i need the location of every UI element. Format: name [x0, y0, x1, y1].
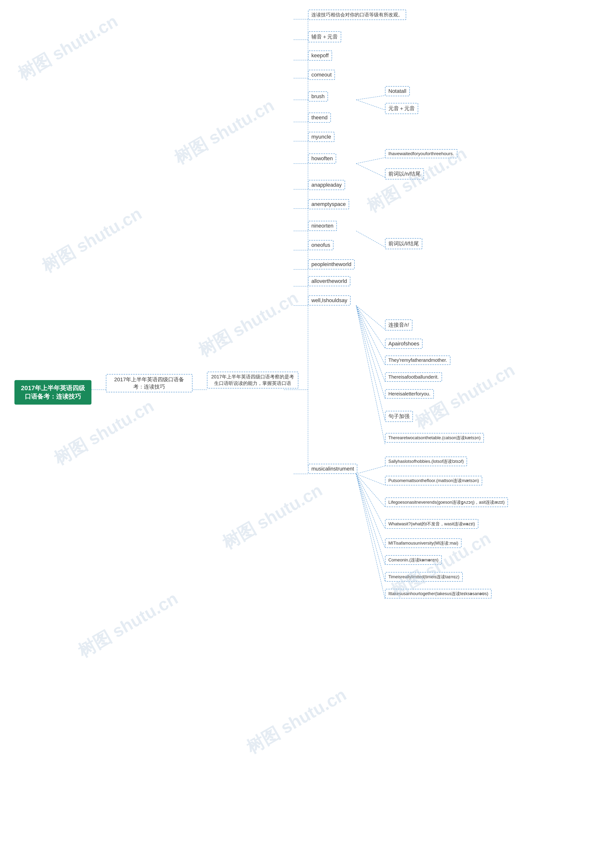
- node-sallyhaslotsof: Sallyhaslotsofhobbies.(lotsof连读lɔtsɔf): [385, 456, 467, 466]
- svg-line-39: [356, 474, 385, 599]
- node-hereisaletter: Hereisaletterforyou.: [385, 389, 434, 398]
- svg-line-20: [356, 158, 385, 164]
- svg-line-38: [356, 474, 385, 581]
- node-howoften: howoften: [308, 153, 336, 164]
- node-juzi-jiaqiang: 句子加强: [385, 411, 413, 422]
- svg-line-32: [356, 466, 385, 474]
- node-ittakesus: Ittakesusanhourtogether(takesus连读teɪksəs…: [385, 589, 492, 598]
- watermark: 树图 shutu.cn: [194, 286, 302, 362]
- svg-line-23: [356, 306, 385, 330]
- node-qianci-n: 前词以/n/结尾: [385, 169, 424, 180]
- svg-line-33: [356, 474, 385, 485]
- node-lifegoesonasit: Lifegoesonasitneverends(goeson连读ɡʌzɔŋ)，a…: [385, 497, 508, 507]
- watermark: 树图 shutu.cn: [74, 587, 182, 663]
- svg-line-29: [356, 306, 385, 444]
- watermark: 树图 shutu.cn: [14, 9, 122, 85]
- page-container: 树图 shutu.cn 树图 shutu.cn 树图 shutu.cn 树图 s…: [0, 0, 616, 859]
- node-brush: brush: [308, 91, 328, 102]
- svg-line-27: [356, 306, 385, 398]
- node-comeonin: Comeonin.(连读kəmənɪn): [385, 555, 442, 565]
- node-yuanyin-yuanyin: 元音＋元音: [385, 103, 418, 114]
- level1-node-2: 2017年上半年英语四级口语考察的是考生口语听说读的能力，掌握英语口语: [207, 372, 299, 389]
- watermark: 树图 shutu.cn: [242, 683, 350, 759]
- node-myuncle: myuncle: [308, 132, 335, 142]
- svg-line-22: [356, 231, 385, 247]
- watermark-layer: 树图 shutu.cn 树图 shutu.cn 树图 shutu.cn 树图 s…: [0, 0, 616, 859]
- node-lianjieyin-r: 连接音/r/: [385, 319, 413, 331]
- level1-node-1: 2017年上半年英语四级口语备考：连读技巧: [106, 374, 192, 392]
- node-qianci-l: 前词以/l/结尾: [385, 238, 422, 249]
- node-timeisreally: Timeisreallylimited(timeis连读taɪmɪz): [385, 572, 463, 582]
- node-anemptyspace: anemptyspace: [308, 199, 349, 209]
- svg-line-26: [356, 306, 385, 382]
- node-anappleaday: anappleaday: [308, 180, 345, 190]
- root-node: 2017年上半年英语四级口语备考：连读技巧: [14, 380, 91, 405]
- svg-line-25: [356, 306, 385, 365]
- svg-line-31: [356, 100, 385, 110]
- svg-line-28: [356, 306, 385, 420]
- watermark: 树图 shutu.cn: [170, 94, 278, 170]
- node-ihavewaited: Ihavewaitedforyouforthreehours.: [385, 149, 457, 158]
- node-fuyin-yuanyin: 辅音＋元音: [308, 31, 341, 42]
- node-peopleintheworld: peopleintheworld: [308, 259, 355, 269]
- node-comeout: comeout: [308, 70, 335, 80]
- svg-line-34: [356, 474, 385, 507]
- watermark: 树图 shutu.cn: [218, 479, 327, 554]
- node-keepoff: keepoff: [308, 50, 332, 61]
- node-musicalinstrument: musicalinstrument: [308, 464, 357, 474]
- svg-line-30: [356, 95, 385, 100]
- node-putsomematts: Putsomemattsonthefloor.(mattson连读mætsɔn): [385, 476, 482, 486]
- node-apairofshoes: Apairofshoes: [385, 339, 422, 349]
- node-therearetwocats: Therearetwocatsonthetable.(catson连读kætsɔ…: [385, 433, 484, 443]
- node-theend: theend: [308, 112, 331, 123]
- svg-line-36: [356, 474, 385, 548]
- svg-line-21: [356, 164, 385, 177]
- svg-line-35: [356, 474, 385, 528]
- watermark: 树图 shutu.cn: [38, 202, 146, 278]
- node-mitisafamous: MITisafamousuniversity(MI连读:mai): [385, 538, 461, 548]
- node-theyremyfather: They'remyfatherandmother.: [385, 356, 450, 365]
- connector-lines: [0, 0, 616, 859]
- node-thereisafootball: Thereisafootballunderit.: [385, 372, 442, 382]
- svg-line-37: [356, 474, 385, 565]
- node-wellishouldsay: well,Ishouldsay: [308, 295, 350, 306]
- node-nineorten: nineorten: [308, 221, 337, 231]
- node-allovertheworld: allovertheworld: [308, 276, 350, 286]
- node-oneofus: oneofus: [308, 240, 333, 250]
- node-whatwasit: Whatwasit?(what的t不发音，wasit连读wəzɪt): [385, 519, 478, 529]
- node-notatall: Notatall: [385, 86, 410, 96]
- watermark: 树图 shutu.cn: [50, 395, 158, 470]
- svg-line-24: [356, 306, 385, 348]
- node-liandujiaoqiao: 连读技巧相信会对你的口语等级有所改观。: [308, 9, 406, 20]
